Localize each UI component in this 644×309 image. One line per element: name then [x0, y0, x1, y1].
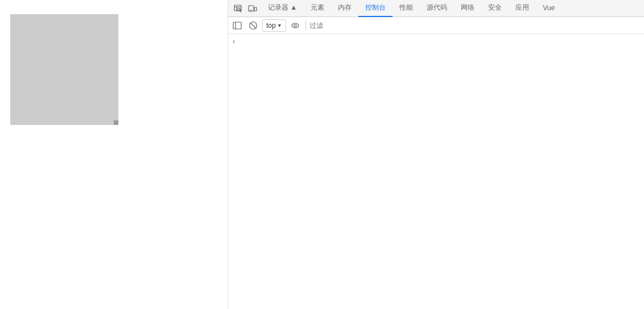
eye-icon[interactable]: [288, 19, 302, 32]
tab-performance[interactable]: 性能: [393, 0, 420, 17]
svg-point-11: [292, 23, 299, 28]
tab-sources[interactable]: 源代码: [420, 0, 454, 17]
inspect-element-icon[interactable]: [230, 1, 245, 16]
tab-application[interactable]: 应用: [509, 0, 536, 17]
tab-recorder[interactable]: 记录器 ▲: [261, 0, 304, 17]
webpage-preview: [10, 14, 118, 125]
tab-vue[interactable]: Vue: [536, 0, 562, 17]
tab-security[interactable]: 安全: [481, 0, 509, 17]
filter-input[interactable]: [309, 19, 642, 32]
left-panel: [0, 0, 228, 309]
tab-memory[interactable]: 内存: [331, 0, 358, 17]
clear-console-icon[interactable]: [246, 19, 260, 32]
resize-handle[interactable]: [114, 120, 118, 125]
svg-rect-7: [233, 22, 241, 29]
tab-elements[interactable]: 元素: [304, 0, 331, 17]
tab-console[interactable]: 控制台: [358, 0, 393, 17]
context-selector[interactable]: top ▼: [262, 19, 286, 32]
devtools-tabs: 记录器 ▲ 元素 内存 控制台 性能 源代码 网络 安全: [261, 0, 562, 16]
device-toggle-icon[interactable]: [245, 1, 260, 16]
devtools-tabs-row: 记录器 ▲ 元素 内存 控制台 性能 源代码 网络 安全: [228, 0, 644, 17]
expand-arrow[interactable]: ›: [228, 36, 240, 47]
svg-point-12: [294, 24, 296, 27]
svg-rect-5: [254, 7, 257, 11]
console-toolbar: top ▼: [228, 17, 644, 34]
tab-network[interactable]: 网络: [454, 0, 481, 17]
svg-line-10: [250, 23, 256, 28]
chevron-down-icon: ▼: [277, 23, 282, 28]
toolbar-divider: [306, 20, 306, 31]
devtools-panel: 记录器 ▲ 元素 内存 控制台 性能 源代码 网络 安全: [228, 0, 644, 309]
console-content: ›: [228, 34, 644, 309]
sidebar-toggle-icon[interactable]: [230, 19, 244, 32]
